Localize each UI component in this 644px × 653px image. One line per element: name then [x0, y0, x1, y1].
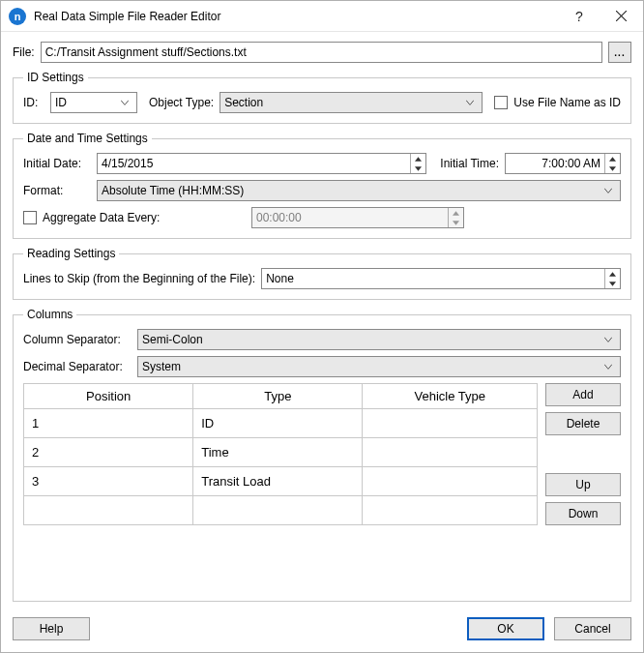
columns-table[interactable]: Position Type Vehicle Type 1 ID 2 — [23, 383, 538, 525]
col-header-vehicle: Vehicle Type — [363, 384, 538, 409]
format-label: Format: — [23, 184, 91, 197]
datetime-settings-group: Date and Time Settings Initial Date: 4/1… — [13, 132, 631, 239]
down-button[interactable]: Down — [545, 502, 621, 525]
column-separator-combo[interactable]: Semi-Colon — [137, 329, 621, 350]
file-row: File: ... — [13, 42, 631, 63]
cancel-button[interactable]: Cancel — [554, 617, 631, 640]
id-settings-legend: ID Settings — [23, 71, 88, 84]
spinner-arrows-icon[interactable] — [410, 154, 425, 173]
lines-to-skip-label: Lines to Skip (from the Beginning of the… — [23, 272, 255, 285]
dialog-content: File: ... ID Settings ID: ID Object Type… — [1, 32, 643, 652]
help-icon[interactable]: ? — [560, 1, 599, 32]
chevron-down-icon — [462, 99, 478, 106]
help-button[interactable]: Help — [13, 617, 90, 640]
chevron-down-icon — [600, 336, 616, 343]
id-label: ID: — [23, 96, 44, 109]
dialog-window: n Real Data Simple File Reader Editor ? … — [0, 0, 644, 653]
file-path-input[interactable] — [41, 42, 602, 63]
table-row[interactable]: 3 Transit Load — [24, 467, 538, 496]
initial-date-label: Initial Date: — [23, 157, 91, 170]
spinner-arrows-icon[interactable] — [604, 269, 620, 288]
spinner-arrows-icon[interactable] — [604, 154, 620, 173]
object-type-label: Object Type: — [149, 96, 214, 109]
table-side-buttons: Add Delete Up Down — [545, 383, 621, 525]
col-header-position: Position — [24, 384, 193, 409]
title-bar: n Real Data Simple File Reader Editor ? — [1, 1, 643, 32]
columns-group: Columns Column Separator: Semi-Colon Dec… — [13, 308, 631, 602]
add-button[interactable]: Add — [545, 383, 621, 406]
col-header-type: Type — [193, 384, 363, 409]
delete-button[interactable]: Delete — [545, 412, 621, 435]
chevron-down-icon — [600, 363, 616, 371]
dialog-footer: Help OK Cancel — [13, 609, 631, 640]
use-filename-label: Use File Name as ID — [513, 96, 621, 109]
close-icon[interactable] — [599, 1, 643, 32]
aggregate-label: Aggregate Data Every: — [43, 211, 246, 224]
table-row[interactable]: 1 ID — [24, 409, 538, 438]
format-combo[interactable]: Absolute Time (HH:MM:SS) — [97, 180, 621, 201]
reading-settings-group: Reading Settings Lines to Skip (from the… — [13, 247, 631, 300]
lines-to-skip-spinner[interactable]: None — [261, 268, 621, 289]
spinner-arrows-icon[interactable] — [448, 208, 463, 227]
chevron-down-icon — [117, 99, 132, 106]
initial-time-spinner[interactable]: 7:00:00 AM — [505, 153, 621, 174]
object-type-combo[interactable]: Section — [220, 92, 483, 113]
decimal-separator-combo[interactable]: System — [137, 356, 621, 377]
aggregate-checkbox[interactable] — [23, 211, 37, 224]
table-row — [24, 496, 538, 525]
aggregate-spinner[interactable]: 00:00:00 — [251, 207, 464, 228]
table-row[interactable]: 2 Time — [24, 438, 538, 467]
use-filename-checkbox[interactable] — [494, 96, 508, 109]
decimal-separator-label: Decimal Separator: — [23, 360, 132, 373]
columns-legend: Columns — [23, 308, 76, 321]
id-settings-group: ID Settings ID: ID Object Type: Section … — [13, 71, 631, 124]
datetime-legend: Date and Time Settings — [23, 132, 152, 145]
browse-button[interactable]: ... — [608, 42, 631, 63]
app-icon: n — [9, 8, 26, 25]
column-separator-label: Column Separator: — [23, 333, 132, 346]
window-title: Real Data Simple File Reader Editor — [34, 10, 560, 23]
chevron-down-icon — [600, 187, 616, 194]
id-combo[interactable]: ID — [50, 92, 137, 113]
initial-time-label: Initial Time: — [440, 157, 499, 170]
reading-legend: Reading Settings — [23, 247, 119, 260]
initial-date-spinner[interactable]: 4/15/2015 — [97, 153, 426, 174]
ok-button[interactable]: OK — [467, 617, 544, 640]
up-button[interactable]: Up — [545, 473, 621, 496]
file-label: File: — [13, 45, 35, 59]
